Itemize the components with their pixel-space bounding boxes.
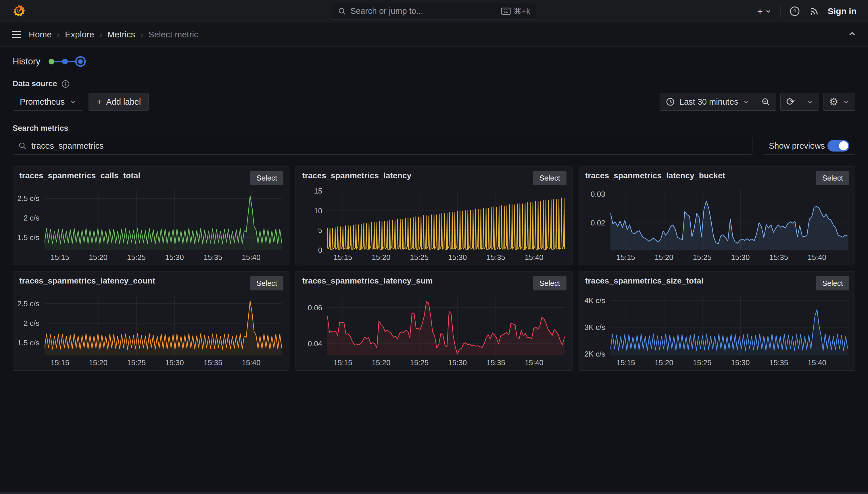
x-tick-label: 15:20 xyxy=(89,253,107,262)
metric-preview-chart: 0.040.06 15:1515:2015:2515:3015:3515:40 xyxy=(299,291,565,367)
breadcrumb-select-metric: Select metric xyxy=(148,30,198,39)
global-search-input[interactable] xyxy=(350,6,497,16)
x-axis-labels: 15:1515:2015:2515:3015:3515:40 xyxy=(610,251,848,262)
settings-group: ⚙ xyxy=(823,93,855,111)
y-axis-labels: 0.040.06 xyxy=(299,295,325,356)
rss-icon xyxy=(809,6,819,16)
metric-preview-chart: 2K c/s3K c/s4K c/s 15:1515:2015:2515:301… xyxy=(582,291,848,367)
x-tick-label: 15:30 xyxy=(448,253,467,262)
search-icon xyxy=(18,141,27,150)
breadcrumb-separator: › xyxy=(57,30,60,39)
plot-area[interactable] xyxy=(610,190,848,250)
panel-title: traces_spanmetrics_latency_bucket xyxy=(585,171,726,180)
y-tick-label: 0.06 xyxy=(308,303,322,312)
metric-panel: traces_spanmetrics_size_total Select 2K … xyxy=(578,271,855,370)
show-previews-control: Show previews xyxy=(763,137,855,155)
plot-area[interactable] xyxy=(328,295,565,356)
x-tick-label: 15:20 xyxy=(372,358,390,367)
y-tick-label: 1.5 c/s xyxy=(17,339,39,347)
y-tick-label: 15 xyxy=(314,187,322,195)
grafana-logo-icon[interactable] xyxy=(12,4,26,19)
select-metric-button[interactable]: Select xyxy=(533,276,566,290)
clock-icon xyxy=(666,97,675,107)
time-range-picker[interactable]: Last 30 minutes xyxy=(660,93,755,110)
breadcrumb-metrics[interactable]: Metrics xyxy=(107,30,135,39)
collapse-header-button[interactable] xyxy=(848,30,856,39)
keyboard-shortcut-hint: ⌘+k xyxy=(501,6,530,16)
x-tick-label: 15:40 xyxy=(808,358,826,367)
x-tick-label: 15:25 xyxy=(410,358,429,367)
data-source-picker[interactable]: Prometheus xyxy=(13,93,83,111)
y-axis-labels: 0.020.03 xyxy=(582,190,608,250)
chevron-down-icon xyxy=(70,99,76,105)
x-axis-labels: 15:1515:2015:2515:3015:3515:40 xyxy=(328,251,565,262)
chevron-down-icon xyxy=(743,99,749,105)
x-tick-label: 15:15 xyxy=(51,253,69,262)
time-controls: Last 30 minutes xyxy=(659,93,855,111)
select-metric-button[interactable]: Select xyxy=(816,276,849,290)
y-tick-label: 0.03 xyxy=(591,190,605,199)
chevron-down-icon xyxy=(843,99,849,105)
x-axis-labels: 15:1515:2015:2515:3015:3515:40 xyxy=(44,251,282,262)
plot-area[interactable] xyxy=(610,295,848,356)
settings-button[interactable]: ⚙ xyxy=(824,93,855,110)
show-previews-toggle[interactable] xyxy=(827,140,849,152)
y-axis-labels: 2K c/s3K c/s4K c/s xyxy=(582,295,608,356)
add-new-button[interactable]: + xyxy=(757,6,771,16)
svg-text:?: ? xyxy=(793,8,796,14)
global-search-box[interactable]: ⌘+k xyxy=(332,3,536,20)
gear-icon: ⚙ xyxy=(829,97,839,107)
y-tick-label: 0.04 xyxy=(308,339,322,348)
sign-in-button[interactable]: Sign in xyxy=(828,6,856,16)
plot-area[interactable] xyxy=(44,295,282,356)
y-tick-label: 0.02 xyxy=(591,218,605,227)
metric-panel: traces_spanmetrics_latency Select 051015… xyxy=(295,166,572,265)
select-metric-button[interactable]: Select xyxy=(816,171,849,185)
info-icon[interactable] xyxy=(61,80,70,88)
panel-title: traces_spanmetrics_calls_total xyxy=(19,171,141,180)
x-tick-label: 15:15 xyxy=(616,253,635,262)
refresh-button[interactable]: ⟳ xyxy=(781,93,801,110)
controls-row: Prometheus + Add label xyxy=(13,93,855,111)
select-metric-button[interactable]: Select xyxy=(533,171,566,185)
metric-search-box[interactable] xyxy=(13,137,752,155)
plot-area[interactable] xyxy=(44,190,282,250)
history-timeline[interactable] xyxy=(48,55,88,68)
y-tick-label: 2 c/s xyxy=(24,319,39,328)
x-tick-label: 15:30 xyxy=(448,358,467,367)
metric-search-input[interactable] xyxy=(31,141,747,151)
x-tick-label: 15:35 xyxy=(769,253,788,262)
help-button[interactable]: ? xyxy=(789,6,800,17)
metric-panel: traces_spanmetrics_latency_bucket Select… xyxy=(578,166,855,265)
y-tick-label: 10 xyxy=(314,206,322,215)
history-section: History xyxy=(13,55,855,68)
x-tick-label: 15:25 xyxy=(410,253,429,262)
y-axis-labels: 051015 xyxy=(299,190,325,250)
x-tick-label: 15:40 xyxy=(525,253,544,262)
news-button[interactable] xyxy=(809,6,819,16)
refresh-interval-dropdown[interactable] xyxy=(801,93,819,110)
breadcrumb-explore[interactable]: Explore xyxy=(65,30,94,39)
x-tick-label: 15:30 xyxy=(731,253,750,262)
data-source-value: Prometheus xyxy=(20,97,65,107)
menu-toggle-button[interactable] xyxy=(12,31,21,39)
add-label-button[interactable]: + Add label xyxy=(88,93,149,111)
panel-title: traces_spanmetrics_latency xyxy=(302,171,411,180)
metric-panel: traces_spanmetrics_calls_total Select 1.… xyxy=(13,166,290,265)
metric-panel: traces_spanmetrics_latency_sum Select 0.… xyxy=(295,271,572,370)
panel-title: traces_spanmetrics_size_total xyxy=(585,276,704,286)
y-tick-label: 2 c/s xyxy=(24,214,39,223)
refresh-icon: ⟳ xyxy=(786,97,795,107)
select-metric-button[interactable]: Select xyxy=(250,171,283,185)
breadcrumb-home[interactable]: Home xyxy=(29,30,52,39)
zoom-out-button[interactable] xyxy=(755,93,776,110)
plot-area[interactable] xyxy=(328,190,565,250)
x-tick-label: 15:15 xyxy=(51,358,69,367)
x-tick-label: 15:15 xyxy=(616,358,635,367)
panel-title: traces_spanmetrics_latency_sum xyxy=(302,276,433,286)
x-tick-label: 15:40 xyxy=(242,253,260,262)
select-metric-button[interactable]: Select xyxy=(250,276,283,290)
explore-metrics-content: History Data source Prometheus xyxy=(0,55,868,370)
metric-panel: traces_spanmetrics_latency_count Select … xyxy=(13,271,290,370)
x-tick-label: 15:20 xyxy=(655,253,673,262)
